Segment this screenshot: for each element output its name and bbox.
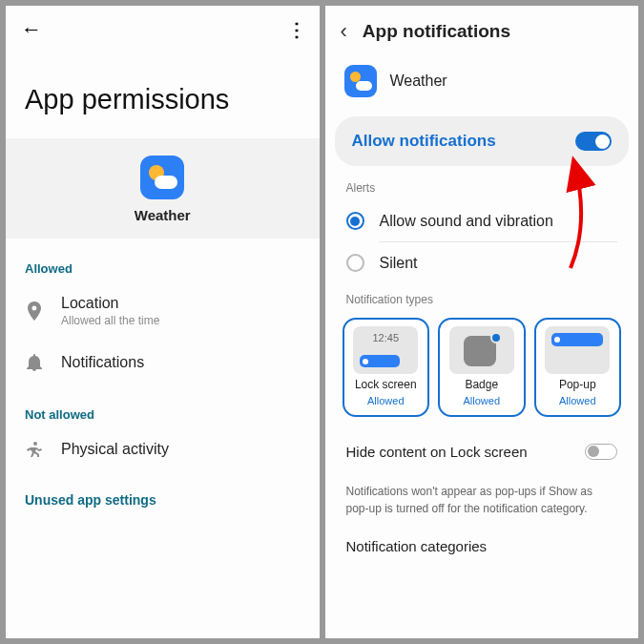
unused-app-settings[interactable]: Unused app settings [6, 471, 320, 519]
hide-content-row: Hide content on Lock screen [325, 430, 639, 473]
popup-preview [545, 326, 610, 374]
page-title: App notifications [363, 21, 510, 42]
weather-app-icon [344, 65, 377, 97]
type-badge[interactable]: Badge Allowed [438, 318, 526, 417]
categories-title: Notification categories [325, 530, 639, 554]
hide-content-label: Hide content on Lock screen [346, 444, 528, 460]
alert-sound-vibration[interactable]: Allow sound and vibration [325, 200, 639, 241]
activity-icon [25, 442, 44, 457]
app-name: Weather [135, 207, 191, 223]
type-status: Allowed [559, 395, 596, 406]
location-icon [25, 301, 44, 321]
hide-content-toggle[interactable] [585, 444, 617, 460]
notification-types-row: 12:45 Lock screen Allowed Badge Allowed … [325, 312, 639, 430]
types-label: Notification types [325, 283, 639, 312]
popup-bar-icon [551, 333, 603, 346]
type-lock-screen[interactable]: 12:45 Lock screen Allowed [343, 318, 430, 417]
allow-notifications-row: Allow notifications [335, 116, 630, 166]
type-title: Pop-up [559, 378, 596, 391]
type-title: Lock screen [355, 378, 417, 391]
weather-app-icon [140, 156, 184, 199]
bell-icon [25, 354, 44, 371]
allow-notifications-label: Allow notifications [352, 132, 496, 151]
back-icon[interactable]: ← [21, 17, 42, 42]
more-icon[interactable]: ⋮ [287, 18, 304, 41]
permission-title: Physical activity [61, 441, 169, 458]
topbar: ‹ App notifications [325, 6, 639, 57]
type-status: Allowed [367, 395, 405, 406]
permission-subtitle: Allowed all the time [61, 314, 159, 327]
allow-notifications-toggle[interactable] [575, 132, 612, 151]
type-status: Allowed [463, 395, 500, 406]
radio-label: Silent [380, 255, 418, 272]
permission-physical-activity[interactable]: Physical activity [6, 427, 320, 471]
permission-title: Location [61, 295, 159, 312]
page-title: App permissions [6, 53, 320, 138]
alerts-label: Alerts [325, 172, 639, 200]
lock-time: 12:45 [372, 332, 399, 343]
alert-silent[interactable]: Silent [325, 242, 639, 283]
allowed-section-label: Allowed [6, 239, 320, 281]
badge-dot-icon [490, 332, 502, 343]
topbar: ← ⋮ [6, 6, 320, 53]
lock-bar-icon [360, 355, 400, 367]
back-chevron-icon[interactable]: ‹ [341, 19, 347, 44]
permission-notifications[interactable]: Notifications [6, 341, 320, 384]
app-name: Weather [390, 73, 447, 90]
note-text: Notifications won't appear as pop-ups if… [325, 473, 639, 530]
not-allowed-section-label: Not allowed [6, 384, 320, 427]
radio-off-icon [346, 254, 364, 272]
app-header: Weather [6, 138, 320, 239]
app-header-row: Weather [325, 57, 639, 111]
type-title: Badge [465, 378, 498, 391]
permission-title: Notifications [61, 354, 144, 371]
radio-label: Allow sound and vibration [380, 213, 553, 230]
permission-location[interactable]: Location Allowed all the time [6, 281, 320, 341]
badge-preview [449, 326, 514, 374]
app-permissions-screen: ← ⋮ App permissions Weather Allowed Loca… [6, 6, 320, 638]
radio-on-icon [346, 212, 364, 230]
lock-preview: 12:45 [353, 326, 418, 374]
type-popup[interactable]: Pop-up Allowed [534, 318, 622, 417]
app-notifications-screen: ‹ App notifications Weather Allow notifi… [325, 6, 639, 638]
